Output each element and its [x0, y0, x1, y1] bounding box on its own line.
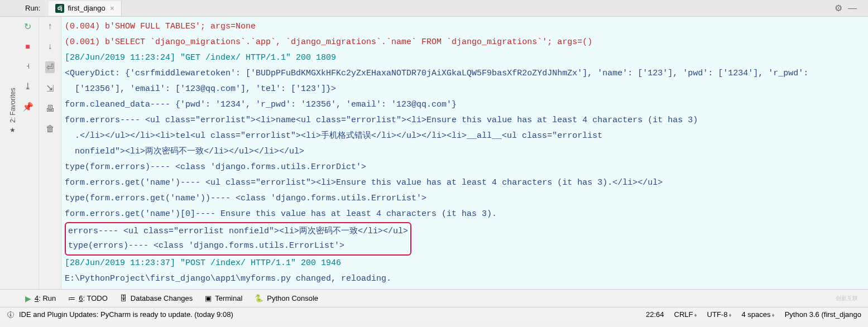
- line-ending-selector[interactable]: CRLF♦: [674, 310, 697, 319]
- stop-icon[interactable]: ■: [25, 42, 30, 51]
- console-line: type(form.errors.get('name'))---- <class…: [65, 194, 426, 203]
- console-line: form.errors---- <ul class="errorlist"><l…: [65, 116, 698, 125]
- down-icon[interactable]: ↓: [48, 41, 52, 51]
- run-label: Run:: [0, 4, 49, 12]
- console-line: (0.001) b'SELECT `django_migrations`.`ap…: [65, 37, 592, 47]
- up-icon[interactable]: ↑: [48, 21, 52, 31]
- status-bar: 🛈 IDE and Plugin Updates: PyCharm is rea…: [0, 307, 868, 321]
- print-icon[interactable]: 🖶: [46, 104, 55, 114]
- favorites-tool[interactable]: ★ 2: Favorites: [9, 88, 17, 134]
- run-gutter-primary: ↻ ■ ⫞ ⤓ 📌: [17, 17, 39, 289]
- run-panel-header: Run: dj first_django × ⚙ —: [0, 0, 868, 17]
- console-line: [28/Jun/2019 11:23:37] "POST /index/ HTT…: [65, 258, 341, 268]
- watermark-logo: 创新互联: [830, 291, 864, 306]
- indent-selector[interactable]: 4 spaces♦: [742, 310, 775, 319]
- todo-icon: ≔: [68, 294, 75, 302]
- console-line: ['12356'], 'email': ['123@qq.com'], 'tel…: [65, 84, 336, 94]
- database-icon: 🗄: [120, 294, 127, 302]
- close-icon[interactable]: ×: [110, 4, 114, 13]
- scroll-icon[interactable]: ⇲: [46, 83, 54, 94]
- cursor-position[interactable]: 22:64: [646, 310, 664, 319]
- clear-icon[interactable]: 🗑: [46, 124, 55, 134]
- encoding-selector[interactable]: UTF-8♦: [707, 310, 732, 319]
- play-icon: ▶: [25, 294, 31, 303]
- console-line: nonfield"><li>两次密码不一致</li></ul></li></ul…: [65, 147, 304, 156]
- run-tab[interactable]: dj first_django ×: [49, 1, 121, 16]
- python-console-tool-button[interactable]: 🐍 Python Console: [255, 294, 318, 302]
- db-changes-tool-button[interactable]: 🗄 Database Changes: [120, 294, 193, 302]
- star-icon: ★: [10, 126, 16, 134]
- run-tool-button[interactable]: ▶ 4: Run: [25, 294, 56, 303]
- console-line: .</li></ul></li><li>tel<ul class="errorl…: [65, 131, 602, 141]
- left-tool-rail: ★ 2: Favorites ▦ 7: Structure: [0, 17, 17, 289]
- layout-icon[interactable]: ⫞: [26, 61, 30, 71]
- console-output[interactable]: (0.004) b'SHOW FULL TABLES'; args=None (…: [61, 17, 868, 289]
- wrap-icon[interactable]: ⏎: [45, 61, 55, 73]
- highlighted-output: errors---- <ul class="errorlist nonfield…: [65, 222, 411, 256]
- bottom-tool-bar: ▶ 4: Run ≔ 6: TODO 🗄 Database Changes ▣ …: [0, 289, 868, 307]
- console-line: type(form.errors)---- <class 'django.for…: [65, 162, 366, 172]
- interpreter-selector[interactable]: Python 3.6 (first_django: [785, 310, 861, 319]
- rerun-icon[interactable]: ↻: [24, 21, 31, 32]
- python-icon: 🐍: [255, 294, 263, 302]
- terminal-tool-button[interactable]: ▣ Terminal: [205, 294, 242, 302]
- todo-tool-button[interactable]: ≔ 6: TODO: [68, 294, 108, 302]
- console-line: [28/Jun/2019 11:23:24] "GET /index/ HTTP…: [65, 53, 336, 62]
- info-icon[interactable]: 🛈: [7, 310, 15, 319]
- gear-icon[interactable]: ⚙: [835, 3, 842, 13]
- console-line: form.errors.get('name')---- <ul class="e…: [65, 178, 663, 187]
- tab-name: first_django: [68, 4, 105, 12]
- run-gutter-secondary: ↑ ↓ ⏎ ⇲ 🖶 🗑: [39, 17, 61, 289]
- django-icon: dj: [55, 4, 64, 13]
- dump-icon[interactable]: ⤓: [24, 81, 31, 92]
- update-message[interactable]: IDE and Plugin Updates: PyCharm is ready…: [19, 310, 233, 319]
- console-line: form.cleaned_data---- {'pwd': '1234', 'r…: [65, 100, 457, 109]
- console-line: form.errors.get('name')[0]---- Ensure th…: [65, 209, 497, 219]
- pin-icon[interactable]: 📌: [22, 102, 33, 112]
- terminal-icon: ▣: [205, 294, 212, 302]
- console-line: E:\PythonProject\first_django\app1\myfor…: [65, 274, 391, 283]
- minimize-icon[interactable]: —: [848, 3, 857, 13]
- console-line: (0.004) b'SHOW FULL TABLES'; args=None: [65, 22, 256, 31]
- console-line: <QueryDict: {'csrfmiddlewaretoken': ['BU…: [65, 69, 808, 78]
